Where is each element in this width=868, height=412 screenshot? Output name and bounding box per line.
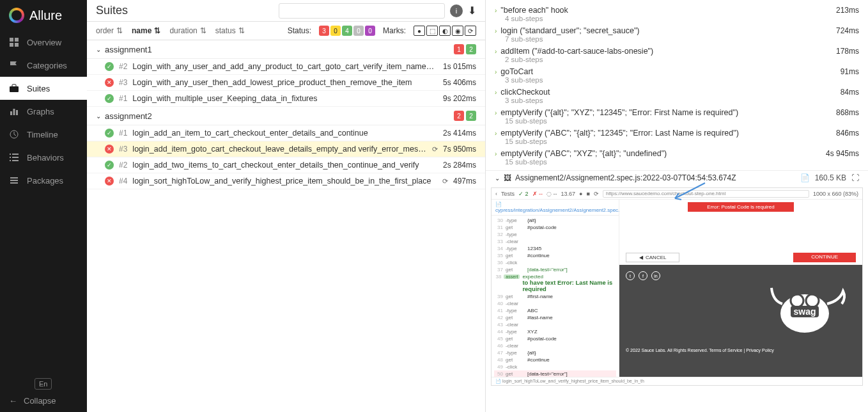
collapse-button[interactable]: ← Collapse	[9, 396, 78, 406]
step-duration: 178ms	[836, 47, 859, 56]
nav-label: Behaviors	[27, 153, 64, 162]
suite-group[interactable]: ⌄assignment112	[87, 40, 485, 59]
mark-2[interactable]: ⬚	[426, 26, 438, 36]
file-icon: 📄	[800, 173, 810, 182]
step-title: clickCheckout	[500, 88, 836, 97]
nav-categories[interactable]: Categories	[0, 54, 87, 77]
filter-unknown[interactable]: 0	[365, 26, 375, 36]
linkedin-icon: in	[651, 271, 660, 280]
chevron-right-icon: ›	[495, 68, 497, 75]
sidebar-bottom: En ← Collapse	[0, 372, 87, 412]
filter-passed[interactable]: 4	[342, 26, 352, 36]
nav-overview[interactable]: Overview	[0, 31, 87, 54]
ss-social-icons: tfin	[619, 265, 667, 377]
mark-3[interactable]: ◐	[439, 26, 451, 36]
test-number: #4	[119, 177, 127, 186]
status-label: Status:	[288, 26, 311, 35]
ss-topbar: ‹ Tests ✓ 2 ✗ -- ◌ -- 13.67 ● ■ ⟳ https:…	[492, 188, 862, 200]
attachment-name: Assignement2/Assignement2.spec.js:2022-0…	[515, 173, 736, 182]
nav-graphs[interactable]: Graphs	[0, 100, 87, 123]
expand-icon[interactable]: ⛶	[851, 173, 859, 182]
filter-failed[interactable]: 3	[319, 26, 329, 36]
test-number: #2	[119, 161, 127, 170]
failed-badge: 1	[454, 44, 464, 54]
col-name[interactable]: name⇅	[132, 26, 160, 35]
step-item[interactable]: ›clickCheckout84ms3 sub-steps	[495, 86, 859, 106]
ss-fail-count: ✗ --	[532, 191, 543, 197]
nav-suites[interactable]: Suites	[0, 77, 87, 100]
logo-icon	[9, 8, 24, 23]
check-icon: ✓	[105, 129, 114, 138]
filter-skipped[interactable]: 0	[353, 26, 364, 36]
test-name: Login_with_any_user_and_add_any_product_…	[132, 62, 438, 71]
col-order[interactable]: order⇅	[96, 26, 123, 35]
nav-packages[interactable]: Packages	[0, 169, 87, 192]
search-input[interactable]	[279, 3, 445, 19]
step-item[interactable]: ›emptyVerify ("ABC"; "{alt}"; "12345"; "…	[495, 127, 859, 147]
steps-list: ›"before each" hook213ms4 sub-steps›logi…	[486, 0, 868, 170]
svg-rect-13	[10, 160, 11, 161]
sort-icon: ⇅	[154, 26, 160, 35]
test-row[interactable]: ✕#4login_sort_highToLow_and_verify_highe…	[87, 173, 485, 189]
step-item[interactable]: ›emptyVerify ("ABC"; "XYZ"; "{alt}"; "un…	[495, 147, 859, 168]
svg-rect-2	[10, 43, 13, 47]
test-row[interactable]: ✕#3Login_with_any_user_then_add_lowest_p…	[87, 75, 485, 91]
test-row[interactable]: ✓#1login_add_an_item_to_cart_checkout_en…	[87, 125, 485, 141]
nav-timeline[interactable]: Timeline	[0, 123, 87, 146]
svg-rect-11	[10, 157, 11, 158]
info-icon[interactable]: i	[450, 4, 463, 17]
test-row[interactable]: ✓#2Login_with_any_user_and_add_any_produ…	[87, 59, 485, 75]
test-row[interactable]: ✓#2login_add_two_items_to_cart_checkout_…	[87, 157, 485, 173]
ss-back-icon[interactable]: ‹	[495, 191, 497, 197]
svg-rect-16	[10, 180, 18, 181]
collapse-label: Collapse	[24, 396, 56, 406]
sort-icon: ⇅	[200, 26, 206, 35]
sort-icon: ⇅	[116, 26, 123, 35]
test-number: #3	[119, 145, 127, 154]
step-substeps: 2 sub-steps	[495, 56, 859, 63]
attachment-row[interactable]: ⌄ 🖼 Assignement2/Assignement2.spec.js:20…	[486, 170, 868, 185]
step-item[interactable]: ›login ("standard_user"; "secret_sauce")…	[495, 24, 859, 45]
step-substeps: 4 sub-steps	[495, 15, 859, 22]
col-status[interactable]: status⇅	[215, 26, 245, 35]
test-row[interactable]: ✕#3login_add_item_goto_cart_checkout_lea…	[87, 141, 485, 157]
language-selector[interactable]: En	[35, 378, 52, 390]
ss-log-pane: 📄 cypress/integration/Assignement2/Assig…	[492, 200, 619, 377]
cross-icon: ✕	[105, 145, 114, 154]
page-title: Suites	[96, 4, 128, 17]
suite-group[interactable]: ⌄assignment222	[87, 107, 485, 125]
mark-retry[interactable]: ⟳	[465, 26, 476, 36]
step-item[interactable]: ›"before each" hook213ms4 sub-steps	[495, 4, 859, 24]
nav-label: Categories	[27, 61, 67, 70]
robot-icon: swag	[766, 269, 856, 339]
svg-rect-9	[10, 154, 11, 155]
nav-label: Packages	[27, 176, 63, 186]
test-duration: 2s 414ms	[443, 129, 476, 138]
attachment-size: 160.5 KB	[815, 173, 846, 182]
test-duration: 7s 950ms	[443, 145, 476, 154]
mark-1[interactable]: ●	[414, 26, 425, 36]
test-duration: 2s 284ms	[443, 161, 476, 170]
test-tree: ⌄assignment112✓#2Login_with_any_user_and…	[87, 40, 485, 189]
step-item[interactable]: ›addItem ("#add-to-cart-sauce-labs-onesi…	[495, 45, 859, 65]
ss-stop-icon[interactable]: ■	[587, 191, 590, 197]
briefcase-icon	[9, 83, 19, 93]
svg-rect-15	[10, 177, 18, 178]
download-icon[interactable]: ⬇	[468, 4, 476, 17]
mark-4[interactable]: ◉	[452, 26, 463, 36]
ss-spec-path: 📄 cypress/integration/Assignement2/Assig…	[492, 200, 619, 216]
main: Suites i ⬇ order⇅ name⇅ duration⇅ status…	[87, 0, 868, 412]
nav-behaviors[interactable]: Behaviors	[0, 146, 87, 169]
col-duration[interactable]: duration⇅	[169, 26, 206, 35]
test-number: #1	[119, 129, 127, 138]
check-icon: ✓	[105, 94, 114, 103]
test-row[interactable]: ✓#1Login_with_multiple_user_Keeping_data…	[87, 91, 485, 107]
step-item[interactable]: ›goToCart91ms3 sub-steps	[495, 65, 859, 86]
ss-reload-icon[interactable]: ⟳	[594, 191, 599, 197]
step-item[interactable]: ›emptyVerify ("{alt}"; "XYZ"; "12345"; "…	[495, 106, 859, 127]
filter-broken[interactable]: 0	[330, 26, 341, 36]
test-duration: 1s 015ms	[443, 62, 476, 71]
ss-status-bar: 📄 login_sort_highToLow_and_verify_highes…	[492, 377, 862, 385]
clock-icon	[9, 129, 19, 139]
failed-badge: 2	[454, 111, 464, 121]
